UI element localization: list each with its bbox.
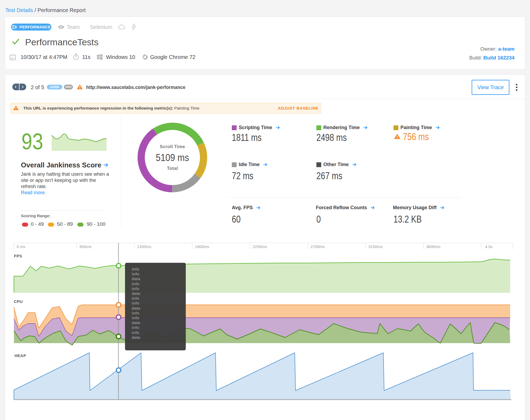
svg-text:1800ms: 1800ms <box>195 244 209 249</box>
svg-text:data: data <box>132 291 140 296</box>
svg-text:info: info <box>132 282 139 286</box>
svg-text:950ms: 950ms <box>80 244 92 249</box>
svg-text:data: data <box>132 320 140 325</box>
svg-text:info: info <box>132 325 139 330</box>
svg-text:2250ms: 2250ms <box>253 244 267 249</box>
svg-text:4.5s: 4.5s <box>485 244 493 249</box>
svg-text:FPS: FPS <box>14 254 22 258</box>
svg-text:3600ms: 3600ms <box>426 244 440 249</box>
svg-text:HEAP: HEAP <box>14 353 26 358</box>
svg-text:info: info <box>132 272 139 276</box>
svg-text:info: info <box>132 296 139 301</box>
svg-text:info: info <box>132 311 139 315</box>
svg-text:3150ms: 3150ms <box>368 244 383 249</box>
svg-text:data: data <box>132 335 140 340</box>
svg-text:data: data <box>132 276 140 281</box>
svg-text:info: info <box>132 267 139 271</box>
svg-text:info: info <box>132 286 139 291</box>
svg-text:info: info <box>132 301 139 305</box>
svg-text:info: info <box>132 330 139 335</box>
svg-text:CPU: CPU <box>14 299 23 304</box>
svg-text:data: data <box>132 306 140 310</box>
svg-text:info: info <box>132 316 139 320</box>
svg-text:0 ms: 0 ms <box>17 244 25 249</box>
svg-text:1350ms: 1350ms <box>137 244 151 249</box>
svg-text:2700ms: 2700ms <box>311 244 325 249</box>
